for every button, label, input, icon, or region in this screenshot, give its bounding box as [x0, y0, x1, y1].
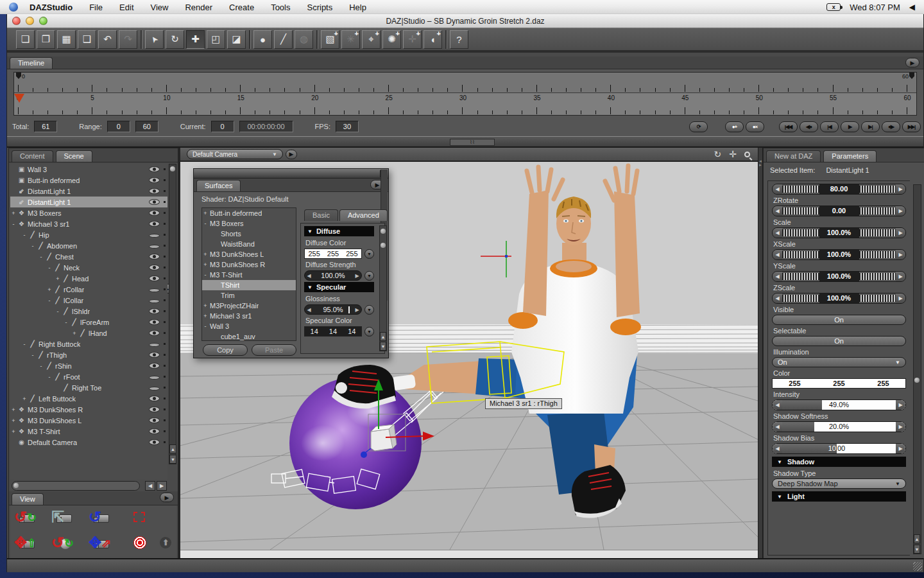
scene-tree-row[interactable]: DistantLight 1 [10, 197, 167, 207]
scroll-right-button[interactable]: ▶ [157, 481, 167, 491]
visibility-eye-toggle[interactable] [149, 288, 160, 292]
scroll-down-button[interactable]: ▼ [914, 545, 920, 554]
window-title-bar[interactable]: DAZ|Studio – SB Dynamic Groin Stretch 2.… [7, 14, 923, 28]
deformer-button[interactable]: ◍ + [295, 30, 313, 49]
camera-selector-dropdown[interactable]: Default Camera▼ [187, 149, 283, 159]
menu-item[interactable]: Render [185, 3, 212, 12]
timeline-frame-ruler[interactable]: 051015202530354045505560 [14, 93, 916, 115]
surface-properties-scrollbar[interactable]: ▲ ▼ [379, 225, 387, 351]
scene-tree-row[interactable]: Butt-in deformed [10, 175, 167, 186]
surfaces-tab[interactable]: Surfaces [196, 180, 241, 191]
param-xscale[interactable]: ◀100.0%▶ [772, 249, 906, 260]
expand-toggle[interactable]: + [202, 210, 209, 216]
surfaces-tree-row[interactable]: + M3 DunkShoes R [202, 259, 296, 270]
move-camera-button[interactable]: ✥ ⇧ [12, 532, 49, 558]
param-shadow-softness[interactable]: ◀20.0%▶ [772, 421, 906, 432]
surface-selection-tool-button[interactable]: ◪ + [227, 30, 246, 49]
pan-camera-button[interactable]: ✥ ⇗ [86, 532, 123, 558]
scroll-up-button[interactable]: ▲ [380, 332, 386, 341]
visibility-eye-toggle[interactable] [149, 188, 160, 194]
surfaces-tree-row[interactable]: TShirt [202, 280, 296, 290]
expand-toggle[interactable]: - [21, 232, 28, 238]
window-resize-grip[interactable] [913, 562, 922, 571]
toolbar-separator[interactable]: + [248, 30, 252, 49]
diffuse-strength-menu-button[interactable]: ▼ [364, 271, 374, 281]
total-frames-field[interactable]: 61 [34, 121, 57, 132]
surfaces-tree-row[interactable]: + M3 DunkShoes L [202, 249, 296, 259]
parameters-scrollbar[interactable]: ▲ ▼ [913, 184, 921, 554]
diffuse-strength-slider[interactable]: ◀100.0%▶ [304, 270, 362, 281]
expand-toggle[interactable]: - [38, 363, 44, 369]
scene-tree-hscrollbar[interactable] [12, 481, 140, 491]
scene-tree-row[interactable]: - lForeArm [10, 317, 167, 328]
expand-toggle[interactable]: - [21, 341, 28, 347]
expand-toggle[interactable]: + [202, 261, 209, 268]
surfaces-tree-row[interactable]: WaistBand [202, 239, 296, 249]
expand-toggle[interactable]: - [46, 297, 53, 304]
param-selectable[interactable]: On [772, 336, 906, 346]
expand-toggle[interactable]: - [202, 220, 209, 227]
visibility-eye-toggle[interactable] [149, 428, 160, 434]
visibility-eye-toggle[interactable] [149, 308, 160, 314]
loop-button[interactable]: ⟳ [689, 121, 708, 132]
expand-toggle[interactable]: + [55, 276, 61, 282]
prev-key-button[interactable]: ◀● [800, 121, 818, 132]
diffuse-color-field[interactable]: 255255255 [304, 249, 362, 259]
visibility-eye-toggle[interactable] [149, 245, 160, 249]
visibility-eye-toggle[interactable] [149, 210, 160, 216]
node-selection-tool-button[interactable]: ➤ + [145, 30, 164, 49]
scene-tree-row[interactable]: Wall 3 [10, 164, 167, 175]
param-shadow-type[interactable]: Deep Shadow Map▼ [772, 478, 906, 489]
expand-toggle[interactable]: - [10, 221, 17, 227]
view-panel-menu-button[interactable]: ▶ [160, 493, 174, 502]
create-dform-add-button[interactable]: ◖ + [424, 30, 442, 49]
specular-color-field[interactable]: 141414 [304, 326, 362, 337]
toolbar-separator[interactable]: + [315, 30, 319, 49]
diffuse-color-menu-button[interactable]: ▼ [364, 249, 374, 259]
surfaces-tree-row[interactable]: - M3 T-Shirt [202, 270, 296, 280]
surfaces-tree-row[interactable]: Trim [202, 290, 296, 301]
param-yscale[interactable]: ◀100.0%▶ [772, 271, 906, 282]
right-splitter[interactable]: ◄► [758, 148, 763, 559]
scene-tree-row[interactable]: - lCollar [10, 295, 167, 306]
menu-item[interactable]: Scripts [307, 3, 333, 12]
visibility-eye-toggle[interactable] [149, 199, 160, 205]
scroll-up-button[interactable]: ▲ [169, 444, 176, 453]
surfaces-tree-row[interactable]: + M3ProjectZHair [202, 301, 296, 311]
create-cube-add-button[interactable]: ▧ + [321, 30, 339, 49]
rotate-camera-button[interactable]: ↺ ↻ [12, 507, 49, 532]
new-document-button[interactable]: ❏ + [16, 30, 35, 49]
scene-tree-vscrollbar[interactable]: ▲ ▼ [169, 164, 176, 464]
create-null-add-button[interactable]: ✛ + [403, 30, 422, 49]
expand-toggle[interactable]: - [202, 323, 209, 329]
visibility-eye-toggle[interactable] [149, 177, 160, 183]
specular-color-menu-button[interactable]: ▼ [364, 327, 374, 337]
scene-tree-row[interactable]: - Hip [10, 229, 167, 240]
visibility-eye-toggle[interactable] [149, 166, 160, 172]
scene-tree-row[interactable]: DistantLight 1 [10, 186, 167, 197]
scene-tree-row[interactable]: - Michael 3 sr1 [10, 218, 167, 229]
param-zscale[interactable]: ◀100.0%▶ [772, 293, 906, 304]
fps-field[interactable]: 30 [336, 121, 359, 132]
delete-keyframe-button[interactable]: ●× [746, 121, 764, 132]
aim-camera-button[interactable] [123, 532, 149, 558]
expand-toggle[interactable]: + [10, 428, 17, 435]
visibility-eye-toggle[interactable] [149, 234, 160, 238]
visibility-eye-toggle[interactable] [149, 221, 160, 227]
visibility-eye-toggle[interactable] [149, 376, 160, 380]
visibility-eye-toggle[interactable] [149, 363, 160, 369]
surfaces-dialog[interactable]: ✕ Surfaces ▶ Shader: DAZ|Studio Default … [193, 168, 389, 358]
menu-item[interactable]: Tools [271, 3, 290, 12]
param-visible[interactable]: On [772, 315, 906, 325]
right-panel-tab[interactable]: Parameters [823, 150, 877, 162]
visibility-eye-toggle[interactable] [149, 276, 160, 281]
surfaces-tree-row[interactable]: - Wall 3 [202, 321, 296, 331]
scene-tree-row[interactable]: + M3 T-Shirt [10, 426, 167, 437]
expand-toggle[interactable]: + [71, 330, 78, 337]
expand-toggle[interactable]: - [38, 254, 44, 260]
redo-button[interactable]: ↷ + [119, 30, 137, 49]
scene-tree-row[interactable]: + M3 Boxers [10, 207, 167, 218]
glossiness-slider[interactable]: ◀95.0%▶ [304, 304, 362, 315]
timeline-tab[interactable]: Timeline [10, 57, 53, 69]
surfaces-tree-row[interactable]: - M3 Boxers [202, 218, 296, 229]
